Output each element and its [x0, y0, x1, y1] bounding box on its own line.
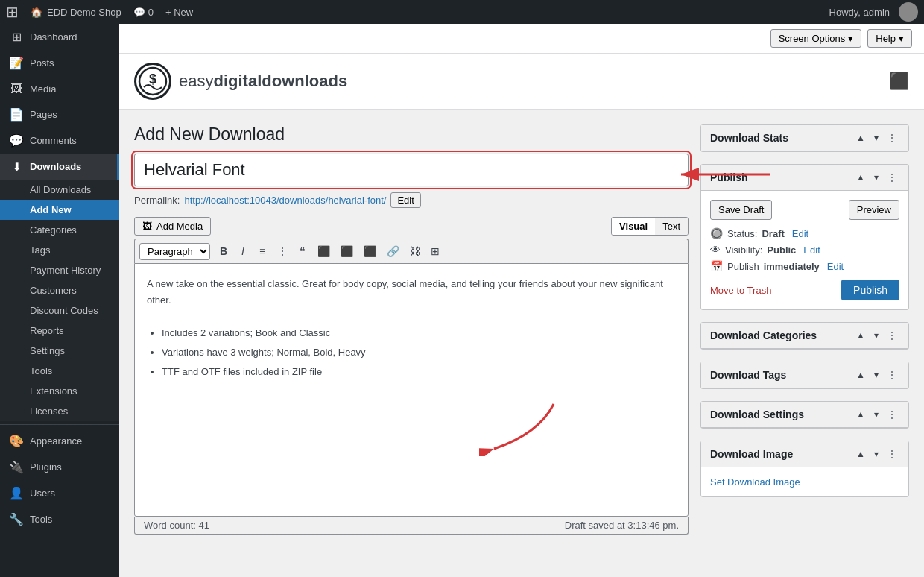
chevron-down-icon: ▾ [848, 33, 853, 44]
publish-button[interactable]: Publish [841, 280, 899, 300]
image-panel-controls: ▲ ▾ ⋮ [853, 447, 899, 461]
editor-area: Add New Download Permalink: http://lo [134, 124, 689, 535]
visibility-row: 👁 Visibility: Public Edit [710, 244, 899, 256]
move-to-trash-link[interactable]: Move to Trash [710, 285, 771, 296]
sidebar-item-downloads[interactable]: ⬇ Downloads [0, 154, 119, 180]
sidebar-item-tools-bottom[interactable]: 🔧 Tools [0, 506, 119, 532]
sidebar-item-add-new[interactable]: Add New [0, 200, 119, 220]
permalink-url[interactable]: http://localhost:10043/downloads/helvari… [184, 195, 386, 206]
download-settings-panel: Download Settings ▲ ▾ ⋮ [700, 401, 909, 429]
align-left-button[interactable]: ⬛ [313, 242, 335, 260]
visibility-edit-link[interactable]: Edit [803, 245, 820, 256]
status-edit-link[interactable]: Edit [792, 228, 808, 239]
settings-toggle-button[interactable]: ▾ [871, 408, 882, 421]
sidebar-item-discount-codes[interactable]: Discount Codes [0, 300, 119, 321]
paragraph-select[interactable]: Paragraph [139, 243, 210, 260]
set-download-image-link[interactable]: Set Download Image [710, 476, 800, 488]
categories-drag-button[interactable]: ⋮ [885, 329, 899, 342]
panel-toggle-button[interactable]: ▾ [871, 131, 882, 145]
edd-header-icon[interactable]: ⬛ [889, 72, 909, 91]
tags-drag-button[interactable]: ⋮ [885, 368, 899, 382]
publish-footer: Move to Trash Publish [710, 280, 899, 300]
sidebar-item-plugins[interactable]: 🔌 Plugins [0, 454, 119, 480]
tags-collapse-button[interactable]: ▲ [853, 368, 868, 382]
sidebar-item-pages[interactable]: 📄 Pages [0, 101, 119, 127]
unordered-list-button[interactable]: ≡ [253, 242, 271, 260]
admin-bar: ⊞ 🏠 EDD Demo Shop 💬 0 + New Howdy, admin [0, 0, 924, 24]
categories-panel-controls: ▲ ▾ ⋮ [853, 329, 899, 342]
add-media-button[interactable]: 🖼 Add Media [134, 217, 211, 236]
publish-actions: Save Draft Preview [710, 200, 899, 220]
wp-logo-icon[interactable]: ⊞ [6, 3, 19, 21]
text-tab[interactable]: Text [655, 218, 688, 235]
sidebar-item-licenses[interactable]: Licenses [0, 401, 119, 421]
downloads-icon: ⬇ [9, 160, 24, 174]
sidebar-item-extensions[interactable]: Extensions [0, 381, 119, 401]
download-image-header: Download Image ▲ ▾ ⋮ [701, 441, 908, 467]
panel-drag-button[interactable]: ⋮ [885, 131, 899, 145]
editor-footer: Word count: 41 Draft saved at 3:13:46 pm… [134, 517, 689, 535]
ordered-list-button[interactable]: ⋮ [273, 242, 292, 260]
download-title-input[interactable] [134, 154, 689, 186]
site-name[interactable]: 🏠 EDD Demo Shop [31, 7, 121, 18]
unlink-button[interactable]: ⛓ [405, 242, 425, 260]
settings-collapse-button[interactable]: ▲ [853, 408, 868, 421]
sidebar-item-dashboard[interactable]: ⊞ Dashboard [0, 24, 119, 50]
posts-icon: 📝 [9, 56, 24, 70]
publish-header: Publish ▲ ▾ ⋮ [701, 165, 908, 191]
sidebar-item-reports[interactable]: Reports [0, 321, 119, 341]
publish-toggle-button[interactable]: ▾ [871, 171, 882, 184]
screen-options-button[interactable]: Screen Options ▾ [770, 29, 862, 48]
sidebar-item-tools[interactable]: Tools [0, 361, 119, 381]
editor-content[interactable]: A new take on the essential classic. Gre… [134, 263, 689, 517]
sidebar-item-comments[interactable]: 💬 Comments [0, 127, 119, 154]
settings-drag-button[interactable]: ⋮ [885, 408, 899, 421]
image-toggle-button[interactable]: ▾ [871, 447, 882, 461]
sidebar-item-users[interactable]: 👤 Users [0, 480, 119, 506]
publish-edit-link[interactable]: Edit [827, 261, 844, 272]
table-button[interactable]: ⊞ [426, 242, 444, 260]
blockquote-button[interactable]: ❝ [294, 242, 311, 260]
align-right-button[interactable]: ⬛ [359, 242, 381, 260]
sidebar-item-settings[interactable]: Settings [0, 341, 119, 361]
download-image-body: Set Download Image [701, 467, 908, 496]
align-center-button[interactable]: ⬛ [336, 242, 358, 260]
sidebar-item-appearance[interactable]: 🎨 Appearance [0, 428, 119, 454]
title-wrapper [134, 154, 689, 192]
editor-toolbar-row: 🖼 Add Media Visual Text [134, 217, 689, 236]
categories-toggle-button[interactable]: ▾ [871, 329, 882, 342]
italic-button[interactable]: I [234, 242, 252, 260]
publish-collapse-button[interactable]: ▲ [853, 171, 868, 184]
permalink-edit-button[interactable]: Edit [390, 192, 420, 208]
comments-link[interactable]: 💬 0 [133, 7, 154, 18]
categories-collapse-button[interactable]: ▲ [853, 329, 868, 342]
bold-button[interactable]: B [215, 242, 232, 260]
status-icon: 🔘 [710, 227, 723, 239]
visual-tab[interactable]: Visual [612, 218, 655, 235]
image-drag-button[interactable]: ⋮ [885, 447, 899, 461]
sidebar-item-payment-history[interactable]: Payment History [0, 260, 119, 280]
users-icon: 👤 [9, 486, 24, 500]
editor-arrow-annotation [479, 397, 569, 456]
editor-list: Includes 2 variations; Book and Classic … [147, 325, 676, 380]
save-draft-button[interactable]: Save Draft [710, 200, 772, 220]
new-content-link[interactable]: + New [165, 7, 193, 18]
sidebar-item-customers[interactable]: Customers [0, 280, 119, 300]
help-button[interactable]: Help ▾ [867, 29, 912, 48]
sidebar-item-tags[interactable]: Tags [0, 240, 119, 260]
link-button[interactable]: 🔗 [382, 242, 404, 260]
panel-collapse-button[interactable]: ▲ [853, 131, 868, 145]
sidebar-item-media[interactable]: 🖼 Media [0, 76, 119, 101]
edd-header: $ easydigitaldownloads ⬛ [119, 54, 924, 110]
sidebar-item-all-downloads[interactable]: All Downloads [0, 180, 119, 200]
add-media-icon: 🖼 [142, 221, 152, 232]
tags-toggle-button[interactable]: ▾ [871, 368, 882, 382]
publish-drag-button[interactable]: ⋮ [885, 171, 899, 184]
chevron-down-icon: ▾ [899, 33, 904, 44]
otf-abbr: OTF [201, 366, 221, 377]
download-tags-header: Download Tags ▲ ▾ ⋮ [701, 362, 908, 388]
image-collapse-button[interactable]: ▲ [853, 447, 868, 461]
preview-button[interactable]: Preview [849, 200, 899, 220]
sidebar-item-categories[interactable]: Categories [0, 220, 119, 240]
sidebar-item-posts[interactable]: 📝 Posts [0, 50, 119, 76]
